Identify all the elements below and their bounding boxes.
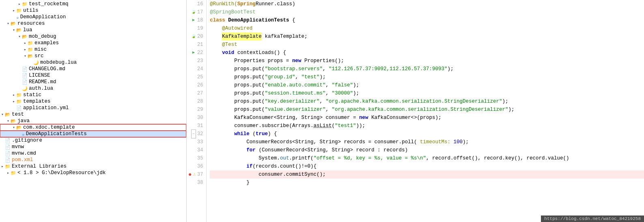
breakpoint-icon[interactable]: ● (188, 170, 192, 179)
sidebar-item-application.yml[interactable]: 📄application.yml (0, 105, 186, 111)
token: "session.timeout.ms" (265, 89, 325, 97)
item-label: application.yml (23, 105, 69, 111)
token: System. (210, 154, 280, 162)
token: "value.deserializer" (265, 106, 325, 114)
line-num-text: 37 (197, 170, 203, 179)
line-number-27: 27 (188, 89, 203, 97)
line-number-23: 23 (188, 57, 203, 65)
sidebar-item-External Libraries[interactable]: 📁External Libraries (0, 163, 186, 170)
item-label: resources (17, 21, 45, 26)
token: } (210, 179, 250, 187)
sidebar-item-com.xdoc.template[interactable]: 📂com.xdoc.template (0, 124, 186, 131)
sidebar-item-DemoApplicationTests[interactable]: ☕DemoApplicationTests (0, 131, 186, 137)
file-tree[interactable]: 📁test_rocketmq📁utils☕DemoApplication📂res… (0, 0, 187, 222)
token: Properties props = (210, 57, 292, 65)
file-icon-gitignore: 📄 (5, 138, 11, 143)
file-icon-folder: 📁 (5, 164, 11, 169)
line-num-text: 26 (197, 81, 203, 89)
line-number-38: 38 (188, 179, 203, 187)
item-label: DemoApplication (20, 14, 66, 20)
arrow-open (17, 34, 22, 39)
sidebar-item-.gitignore[interactable]: 📄.gitignore (0, 137, 186, 144)
sidebar-item-README.md[interactable]: 📄README.md (0, 79, 186, 85)
arrow-closed (0, 164, 5, 169)
sidebar-item-mvnw.cmd[interactable]: 📄mvnw.cmd (0, 150, 186, 157)
token (210, 146, 246, 154)
line-number-21: 21 (188, 41, 203, 49)
bookmark-icon: 🍃 (191, 8, 196, 16)
item-label: mobdebug.lua (40, 60, 77, 65)
line-num-text: 38 (197, 179, 203, 187)
token: )); (356, 122, 365, 130)
item-label: LICENSE (29, 73, 50, 78)
item-label: External Libraries (12, 164, 67, 169)
line-number-25: 25 (188, 73, 203, 81)
fold-icon[interactable]: − (191, 129, 196, 138)
token: (ConsumerRecord<String, String> record :… (256, 146, 408, 154)
token: ) { (268, 130, 277, 138)
sidebar-item-mvnw[interactable]: 📄mvnw (0, 144, 186, 150)
sidebar-item-LICENSE[interactable]: 📄LICENSE (0, 72, 186, 79)
code-line-16: @RunWith(SpringRunner.class) (210, 0, 644, 8)
item-label: templates (23, 99, 51, 104)
token: , (319, 97, 325, 106)
token: ); (502, 97, 508, 106)
token: @RunWith( (210, 0, 237, 8)
sidebar-item-auth.lua[interactable]: 🌙auth.lua (0, 85, 186, 92)
sidebar-item-resources[interactable]: 📂resources (0, 20, 186, 27)
code-line-26: props.put("enable.auto.commit", "false")… (210, 81, 644, 89)
item-label: test_rocketmq (29, 1, 69, 7)
token: , (323, 65, 329, 73)
sidebar-item-CHANGELOG.md[interactable]: 📄CHANGELOG.md (0, 66, 186, 72)
run-icon[interactable]: ▶ (191, 16, 196, 24)
token: if (246, 162, 252, 170)
token: props.put( (210, 97, 265, 106)
token: true (256, 130, 268, 138)
code-line-30: KafkaConsumer<String, String> consumer =… (210, 114, 644, 122)
line-num-text: 24 (197, 65, 203, 73)
token: new (292, 57, 302, 65)
token: , (325, 89, 332, 97)
arrow-open (11, 125, 16, 130)
line-number-18: ▶18 (188, 16, 203, 24)
line-num-text: 23 (197, 57, 203, 65)
sidebar-item-mob_debug[interactable]: 📂mob_debug (0, 33, 186, 40)
line-number-22: ▶22 (188, 49, 203, 57)
sidebar-item-utils[interactable]: 📁utils (0, 7, 186, 14)
file-icon-md: 📄 (22, 80, 28, 85)
sidebar-item-lua[interactable]: 📂lua (0, 27, 186, 33)
token: .printf( (289, 154, 313, 162)
sidebar-item-pom.xml[interactable]: 📄pom.xml (0, 157, 186, 163)
code-line-35: System.out.printf("offset = %d, key = %s… (210, 154, 644, 162)
sidebar-item-mobdebug.lua[interactable]: 🌙mobdebug.lua (0, 59, 186, 66)
sidebar-item-test[interactable]: 📂test (0, 111, 186, 118)
line-num-text: 18 (197, 16, 203, 24)
sidebar-item-templates[interactable]: 📁templates (0, 98, 186, 105)
file-icon-md: 📄 (22, 73, 28, 78)
token: ConsumerRecords<String, String> records … (210, 138, 420, 146)
line-num-text: 29 (197, 106, 203, 114)
token: ( (332, 122, 335, 130)
sidebar-item-examples[interactable]: 📁examples (0, 40, 186, 46)
item-label: utils (23, 8, 39, 13)
status-url: https://blog.csdn.net/watoc_84219258 (541, 216, 644, 222)
sidebar-item-static[interactable]: 📁static (0, 92, 186, 98)
token: ( (250, 130, 256, 138)
file-icon-folder-open: 📂 (11, 119, 16, 124)
token: { (292, 16, 295, 24)
file-icon-folder-open: 📂 (5, 112, 11, 117)
sidebar-item-test_rocketmq[interactable]: 📁test_rocketmq (0, 1, 186, 7)
sidebar-item-misc[interactable]: 📁misc (0, 46, 186, 53)
token: props.put( (210, 65, 265, 73)
run-icon[interactable]: ▶ (191, 49, 196, 57)
sidebar-item-DemoApplication[interactable]: ☕DemoApplication (0, 14, 186, 20)
sidebar-item-jdk[interactable]: 📁< 1.8 > G:\DevlopResource\jdk (0, 170, 186, 176)
code-editor: 16🍃17▶1819🍃2021▶22232425262728293031−323… (187, 0, 644, 222)
line-num-text: 28 (197, 97, 203, 106)
token: , record.offset(), record.key(), record.… (426, 154, 569, 162)
file-icon-folder: 📁 (16, 99, 22, 104)
token: props.put( (210, 81, 265, 89)
token (210, 49, 222, 57)
sidebar-item-java_test[interactable]: 📂java (0, 118, 186, 124)
sidebar-item-src[interactable]: 📂src (0, 53, 186, 59)
